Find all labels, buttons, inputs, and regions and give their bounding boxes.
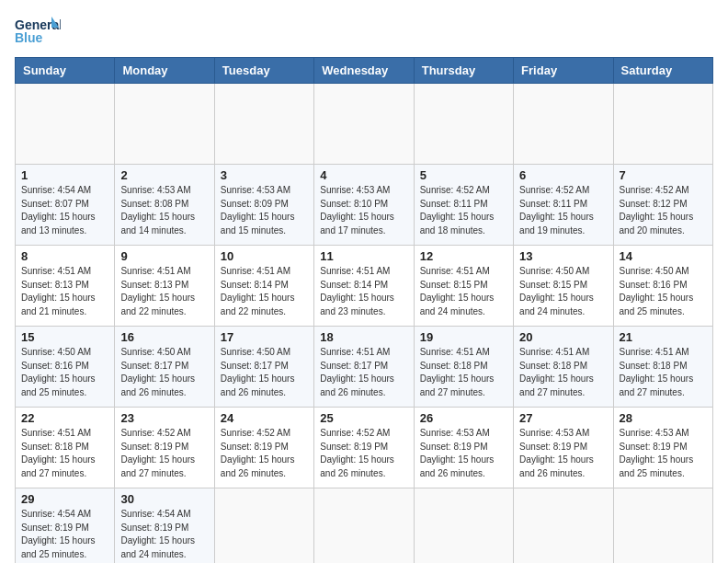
day-cell [314, 84, 414, 165]
day-number: 29 [21, 492, 108, 506]
day-number: 19 [420, 330, 507, 344]
day-cell: 10Sunrise: 4:51 AMSunset: 8:14 PMDayligh… [214, 246, 313, 327]
day-cell: 29Sunrise: 4:54 AMSunset: 8:19 PMDayligh… [16, 488, 115, 564]
day-info: Sunrise: 4:53 AMSunset: 8:19 PMDaylight:… [420, 427, 507, 480]
day-info: Sunrise: 4:50 AMSunset: 8:15 PMDaylight:… [519, 265, 607, 318]
day-number: 28 [620, 411, 707, 425]
day-number: 20 [519, 330, 607, 344]
day-number: 23 [120, 411, 208, 425]
day-number: 15 [21, 330, 108, 344]
day-number: 7 [620, 168, 707, 182]
day-info: Sunrise: 4:51 AMSunset: 8:15 PMDaylight:… [420, 265, 507, 318]
day-info: Sunrise: 4:51 AMSunset: 8:18 PMDaylight:… [420, 346, 507, 399]
day-cell: 20Sunrise: 4:51 AMSunset: 8:18 PMDayligh… [514, 327, 613, 408]
week-row-2: 8Sunrise: 4:51 AMSunset: 8:13 PMDaylight… [16, 246, 713, 327]
day-cell [613, 84, 712, 165]
day-cell: 30Sunrise: 4:54 AMSunset: 8:19 PMDayligh… [115, 488, 214, 564]
header-friday: Friday [514, 58, 613, 84]
header-monday: Monday [115, 58, 214, 84]
header-thursday: Thursday [414, 58, 513, 84]
header-saturday: Saturday [613, 58, 712, 84]
day-info: Sunrise: 4:51 AMSunset: 8:14 PMDaylight:… [320, 265, 407, 318]
day-number: 16 [120, 330, 208, 344]
day-info: Sunrise: 4:53 AMSunset: 8:09 PMDaylight:… [221, 184, 308, 237]
day-number: 30 [120, 492, 208, 506]
day-info: Sunrise: 4:54 AMSunset: 8:19 PMDaylight:… [21, 508, 108, 561]
day-cell: 12Sunrise: 4:51 AMSunset: 8:15 PMDayligh… [414, 246, 513, 327]
day-number: 6 [519, 168, 607, 182]
week-row-1: 1Sunrise: 4:54 AMSunset: 8:07 PMDaylight… [16, 165, 713, 246]
day-cell: 19Sunrise: 4:51 AMSunset: 8:18 PMDayligh… [414, 327, 513, 408]
day-cell: 4Sunrise: 4:53 AMSunset: 8:10 PMDaylight… [314, 165, 414, 246]
calendar: SundayMondayTuesdayWednesdayThursdayFrid… [15, 57, 713, 563]
day-number: 21 [620, 330, 707, 344]
day-cell [414, 488, 513, 564]
day-cell [115, 84, 214, 165]
day-number: 5 [420, 168, 507, 182]
day-number: 18 [320, 330, 407, 344]
day-cell: 3Sunrise: 4:53 AMSunset: 8:09 PMDaylight… [214, 165, 313, 246]
week-row-5: 29Sunrise: 4:54 AMSunset: 8:19 PMDayligh… [16, 488, 713, 564]
day-cell [214, 84, 313, 165]
day-cell: 25Sunrise: 4:52 AMSunset: 8:19 PMDayligh… [314, 408, 414, 488]
day-number: 8 [21, 249, 108, 263]
day-cell: 16Sunrise: 4:50 AMSunset: 8:17 PMDayligh… [115, 327, 214, 408]
day-info: Sunrise: 4:52 AMSunset: 8:19 PMDaylight:… [120, 427, 208, 480]
day-number: 1 [21, 168, 108, 182]
day-info: Sunrise: 4:51 AMSunset: 8:13 PMDaylight:… [21, 265, 108, 318]
day-cell: 24Sunrise: 4:52 AMSunset: 8:19 PMDayligh… [214, 408, 313, 488]
day-cell [613, 488, 712, 564]
day-number: 13 [519, 249, 607, 263]
day-info: Sunrise: 4:50 AMSunset: 8:16 PMDaylight:… [620, 265, 707, 318]
day-info: Sunrise: 4:53 AMSunset: 8:19 PMDaylight:… [620, 427, 707, 480]
week-row-4: 22Sunrise: 4:51 AMSunset: 8:18 PMDayligh… [16, 408, 713, 488]
day-cell [514, 84, 613, 165]
day-cell: 8Sunrise: 4:51 AMSunset: 8:13 PMDaylight… [16, 246, 115, 327]
day-cell [314, 488, 414, 564]
day-cell: 27Sunrise: 4:53 AMSunset: 8:19 PMDayligh… [514, 408, 613, 488]
header-tuesday: Tuesday [214, 58, 313, 84]
day-cell: 13Sunrise: 4:50 AMSunset: 8:15 PMDayligh… [514, 246, 613, 327]
header-wednesday: Wednesday [314, 58, 414, 84]
day-info: Sunrise: 4:51 AMSunset: 8:14 PMDaylight:… [221, 265, 308, 318]
day-number: 14 [620, 249, 707, 263]
day-info: Sunrise: 4:51 AMSunset: 8:18 PMDaylight:… [519, 346, 607, 399]
day-info: Sunrise: 4:50 AMSunset: 8:16 PMDaylight:… [21, 346, 108, 399]
logo-icon: General Blue [15, 15, 61, 50]
day-cell [214, 488, 313, 564]
day-info: Sunrise: 4:50 AMSunset: 8:17 PMDaylight:… [120, 346, 208, 399]
day-cell: 17Sunrise: 4:50 AMSunset: 8:17 PMDayligh… [214, 327, 313, 408]
svg-text:Blue: Blue [15, 30, 43, 45]
logo: General Blue [15, 15, 61, 50]
day-cell: 14Sunrise: 4:50 AMSunset: 8:16 PMDayligh… [613, 246, 712, 327]
calendar-header-row: SundayMondayTuesdayWednesdayThursdayFrid… [16, 58, 713, 84]
header-sunday: Sunday [16, 58, 115, 84]
day-number: 27 [519, 411, 607, 425]
day-info: Sunrise: 4:53 AMSunset: 8:19 PMDaylight:… [519, 427, 607, 480]
day-number: 3 [221, 168, 308, 182]
day-number: 24 [221, 411, 308, 425]
day-cell [16, 84, 115, 165]
day-info: Sunrise: 4:52 AMSunset: 8:19 PMDaylight:… [320, 427, 407, 480]
day-cell: 2Sunrise: 4:53 AMSunset: 8:08 PMDaylight… [115, 165, 214, 246]
day-info: Sunrise: 4:54 AMSunset: 8:07 PMDaylight:… [21, 184, 108, 237]
day-cell: 15Sunrise: 4:50 AMSunset: 8:16 PMDayligh… [16, 327, 115, 408]
day-number: 26 [420, 411, 507, 425]
day-info: Sunrise: 4:51 AMSunset: 8:13 PMDaylight:… [120, 265, 208, 318]
day-number: 9 [120, 249, 208, 263]
day-number: 2 [120, 168, 208, 182]
day-cell: 11Sunrise: 4:51 AMSunset: 8:14 PMDayligh… [314, 246, 414, 327]
day-info: Sunrise: 4:51 AMSunset: 8:17 PMDaylight:… [320, 346, 407, 399]
day-info: Sunrise: 4:52 AMSunset: 8:11 PMDaylight:… [519, 184, 607, 237]
day-number: 17 [221, 330, 308, 344]
day-cell: 7Sunrise: 4:52 AMSunset: 8:12 PMDaylight… [613, 165, 712, 246]
day-cell: 23Sunrise: 4:52 AMSunset: 8:19 PMDayligh… [115, 408, 214, 488]
day-cell: 6Sunrise: 4:52 AMSunset: 8:11 PMDaylight… [514, 165, 613, 246]
day-number: 25 [320, 411, 407, 425]
day-number: 12 [420, 249, 507, 263]
day-info: Sunrise: 4:51 AMSunset: 8:18 PMDaylight:… [21, 427, 108, 480]
day-info: Sunrise: 4:52 AMSunset: 8:12 PMDaylight:… [620, 184, 707, 237]
day-number: 11 [320, 249, 407, 263]
header: General Blue [15, 15, 713, 50]
day-cell [514, 488, 613, 564]
